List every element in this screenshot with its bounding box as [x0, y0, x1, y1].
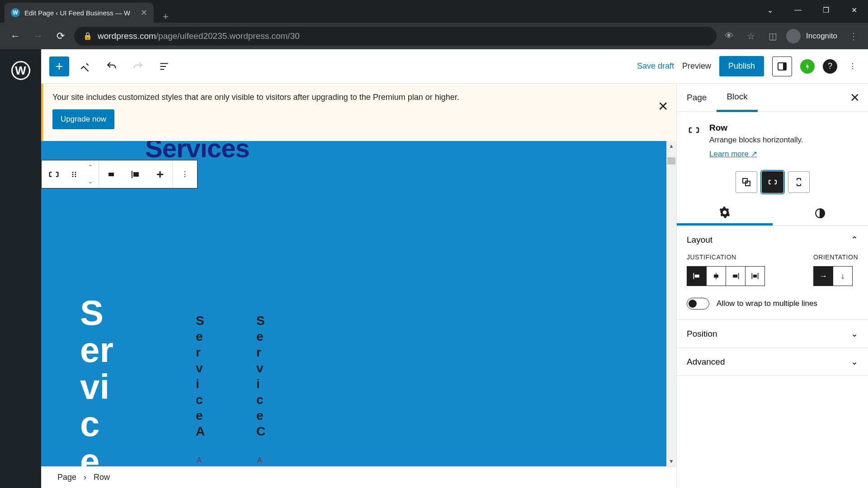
breadcrumb-root[interactable]: Page	[57, 473, 76, 482]
justify-space-between-option[interactable]	[745, 266, 765, 286]
reload-button[interactable]: ⟳	[52, 27, 70, 45]
close-window-button[interactable]: ✕	[840, 0, 868, 20]
canvas-wrapper: Your site includes customized styles tha…	[41, 84, 676, 488]
orientation-field: ORIENTATION → ↓	[813, 253, 858, 286]
help-button[interactable]: ?	[823, 59, 837, 74]
service-a-label[interactable]: ServiceA	[196, 313, 204, 439]
jetpack-button[interactable]	[800, 59, 815, 74]
toolbar-right: Save draft Preview Publish ? ⋮	[637, 56, 860, 76]
svg-point-4	[72, 174, 74, 175]
service-c-label[interactable]: ServiceC	[256, 313, 264, 439]
move-down-button[interactable]: ⌄	[82, 174, 99, 188]
maximize-button[interactable]: ❐	[812, 0, 840, 20]
editor-canvas[interactable]: Services ⌃ ⌄	[41, 141, 676, 466]
tab-page[interactable]: Page	[677, 84, 717, 112]
notice-text: Your site includes customized styles tha…	[52, 93, 665, 102]
transform-stack-button[interactable]	[788, 171, 810, 193]
more-menu-button[interactable]: ⋮	[845, 56, 860, 76]
advanced-panel: Advanced ⌄	[677, 348, 868, 376]
forward-button[interactable]: →	[29, 27, 47, 45]
sidebar-tabs: Page Block ✕	[677, 84, 868, 112]
wrap-toggle[interactable]	[687, 298, 709, 310]
caret-down-icon[interactable]: ⌄	[756, 0, 784, 20]
eye-off-icon[interactable]: 👁	[721, 28, 737, 44]
list-view-button[interactable]	[154, 56, 174, 76]
block-breadcrumb: Page › Row	[41, 466, 676, 488]
block-info: Row Arrange blocks horizontally. Learn m…	[709, 123, 803, 159]
advanced-panel-header[interactable]: Advanced ⌄	[677, 348, 868, 375]
add-inside-button[interactable]	[148, 160, 172, 188]
justify-left-button[interactable]	[123, 160, 148, 188]
move-up-button[interactable]: ⌃	[82, 160, 99, 174]
layout-panel-header[interactable]: Layout ⌃	[677, 226, 868, 253]
svg-point-6	[72, 176, 74, 177]
svg-rect-8	[108, 173, 114, 176]
scrollbar-thumb[interactable]	[667, 157, 675, 164]
position-panel-header[interactable]: Position ⌄	[677, 320, 868, 347]
tab-close-icon[interactable]: ✕	[141, 8, 147, 18]
justify-left-option[interactable]	[687, 266, 707, 286]
transform-group-button[interactable]	[736, 171, 757, 193]
sidebar-toggle-button[interactable]	[772, 56, 792, 76]
drag-handle-icon[interactable]	[66, 160, 82, 188]
row-block-icon	[687, 123, 701, 137]
service-sub-a2: A	[257, 456, 262, 465]
block-toolbar: ⌃ ⌄ ⋮	[41, 160, 198, 188]
redo-button[interactable]	[128, 56, 148, 76]
url-input[interactable]: 🔒 wordpress.com/page/uifeed20235.wordpre…	[74, 27, 717, 46]
bookmark-icon[interactable]: ☆	[743, 28, 759, 44]
learn-more-link[interactable]: Learn more ↗	[709, 150, 757, 158]
chevron-down-icon: ⌄	[851, 328, 858, 339]
tab-block[interactable]: Block	[717, 84, 757, 112]
undo-button[interactable]	[102, 56, 122, 76]
toolbar-left: +	[49, 56, 174, 76]
justify-center-option[interactable]	[706, 266, 726, 286]
orientation-vertical-option[interactable]: ↓	[833, 266, 853, 286]
incognito-icon[interactable]	[786, 29, 801, 43]
justification-buttons	[687, 266, 795, 286]
sidebar-close-icon[interactable]: ✕	[850, 91, 860, 105]
incognito-label: Incognito	[806, 32, 837, 41]
align-button[interactable]	[99, 160, 123, 188]
scroll-up-icon[interactable]: ▲	[667, 142, 675, 150]
upgrade-now-button[interactable]: Upgrade now	[52, 109, 114, 129]
upgrade-notice: Your site includes customized styles tha…	[41, 84, 676, 141]
column-heading[interactable]: Services	[80, 295, 116, 466]
svg-point-5	[75, 174, 76, 175]
browser-menu-icon[interactable]: ⋮	[845, 28, 862, 44]
wordpress-favicon-icon: W	[11, 8, 20, 17]
scroll-down-icon[interactable]: ▼	[667, 457, 675, 465]
svg-point-3	[75, 172, 76, 173]
back-button[interactable]: ←	[6, 27, 24, 45]
block-type-row-icon[interactable]	[42, 160, 66, 188]
notice-close-icon[interactable]: ✕	[658, 99, 668, 114]
panel-icon[interactable]: ◫	[764, 28, 781, 44]
settings-subtab[interactable]	[677, 201, 773, 225]
wordpress-logo-icon[interactable]: W	[11, 61, 30, 80]
browser-tab[interactable]: W Edit Page ‹ UI Feed Business — W ✕	[5, 3, 154, 23]
orientation-horizontal-option[interactable]: →	[813, 266, 833, 286]
svg-point-2	[72, 172, 74, 173]
breadcrumb-leaf[interactable]: Row	[94, 473, 110, 482]
preview-button[interactable]: Preview	[682, 61, 711, 71]
wrap-toggle-row: Allow to wrap to multiple lines	[687, 298, 858, 310]
save-draft-button[interactable]: Save draft	[637, 61, 674, 71]
window-controls: ⌄ ― ❐ ✕	[756, 0, 868, 20]
svg-rect-1	[783, 63, 786, 70]
add-block-button[interactable]: +	[49, 56, 69, 76]
chevron-right-icon: ›	[84, 473, 86, 482]
new-tab-button[interactable]: +	[154, 11, 178, 23]
layout-panel: Layout ⌃ JUSTIFICATION	[677, 226, 868, 320]
canvas-scrollbar[interactable]: ▲ ▼	[666, 141, 676, 466]
transform-row-button[interactable]	[762, 171, 783, 193]
content-row: Your site includes customized styles tha…	[41, 84, 868, 488]
wp-logo-column: W	[0, 49, 41, 488]
edit-mode-button[interactable]	[75, 56, 95, 76]
layout-panel-body: JUSTIFICATION ORIENTATION	[677, 253, 868, 319]
block-more-button[interactable]: ⋮	[173, 160, 197, 188]
publish-button[interactable]: Publish	[719, 56, 764, 76]
justify-right-option[interactable]	[726, 266, 745, 286]
styles-subtab[interactable]	[773, 201, 868, 225]
chevron-down-icon: ⌄	[851, 357, 858, 367]
minimize-button[interactable]: ―	[784, 0, 812, 20]
